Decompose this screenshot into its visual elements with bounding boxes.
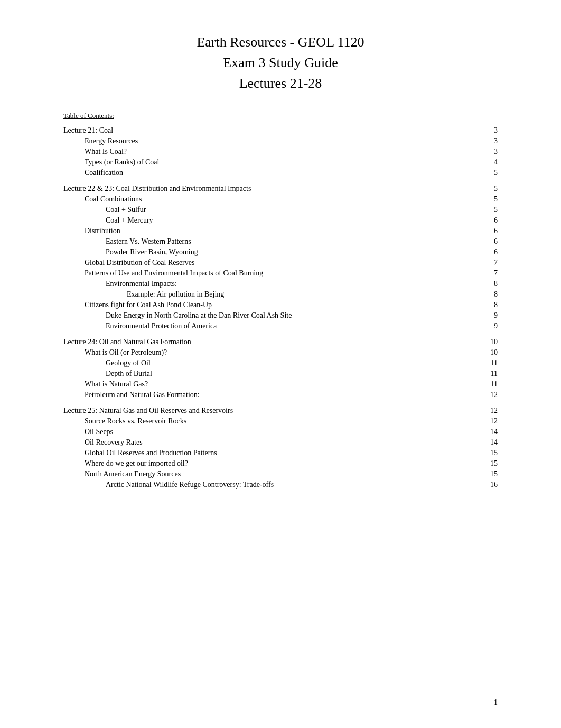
toc-entry-page: 6 xyxy=(470,236,498,247)
toc-entry-page: 11 xyxy=(470,379,498,390)
toc-row: Lecture 21: Coal3 xyxy=(63,125,498,136)
toc-entry-text: What is Oil (or Petroleum)? xyxy=(63,347,470,358)
toc-row: Lecture 25: Natural Gas and Oil Reserves… xyxy=(63,406,498,416)
toc-entry-text: Energy Resources xyxy=(63,136,470,146)
toc-entry-page: 12 xyxy=(470,406,498,416)
toc-entry-page: 7 xyxy=(470,268,498,279)
toc-entry-text: Environmental Impacts: xyxy=(63,279,470,289)
toc-row: What Is Coal?3 xyxy=(63,146,498,157)
title-line2: Exam 3 Study Guide xyxy=(63,52,498,73)
toc-row: Petroleum and Natural Gas Formation:12 xyxy=(63,390,498,400)
toc-entry-text: What is Natural Gas? xyxy=(63,379,470,390)
toc-table: Lecture 21: Coal3Energy Resources3What I… xyxy=(63,125,498,490)
toc-entry-text: Citizens fight for Coal Ash Pond Clean-U… xyxy=(63,300,470,310)
toc-entry-page: 15 xyxy=(470,448,498,458)
toc-entry-page: 10 xyxy=(470,347,498,358)
toc-entry-text: Oil Recovery Rates xyxy=(63,437,470,448)
toc-row: What is Natural Gas?11 xyxy=(63,379,498,390)
toc-row: Environmental Impacts:8 xyxy=(63,279,498,289)
toc-row: Duke Energy in North Carolina at the Dan… xyxy=(63,310,498,321)
toc-entry-page: 14 xyxy=(470,427,498,437)
toc-entry-page: 14 xyxy=(470,437,498,448)
toc-entry-text: Types (or Ranks) of Coal xyxy=(63,157,470,168)
toc-row: Coal + Mercury6 xyxy=(63,215,498,226)
title-line1: Earth Resources - GEOL 1120 xyxy=(63,32,498,52)
toc-row: Types (or Ranks) of Coal4 xyxy=(63,157,498,168)
toc-row: Coal + Sulfur5 xyxy=(63,205,498,215)
toc-row: Oil Recovery Rates14 xyxy=(63,437,498,448)
toc-row: Where do we get our imported oil?15 xyxy=(63,458,498,469)
toc-row: Patterns of Use and Environmental Impact… xyxy=(63,268,498,279)
toc-entry-page: 6 xyxy=(470,226,498,236)
toc-entry-text: Global Distribution of Coal Reserves xyxy=(63,257,470,268)
toc-row: Depth of Burial11 xyxy=(63,368,498,379)
toc-label: Table of Contents: xyxy=(63,112,114,120)
toc-entry-page: 15 xyxy=(470,469,498,480)
toc-row: Example: Air pollution in Bejing8 xyxy=(63,289,498,300)
toc-entry-text: Arctic National Wildlife Refuge Controve… xyxy=(63,480,470,490)
toc-entry-text: Eastern Vs. Western Patterns xyxy=(63,236,470,247)
toc-row: Powder River Basin, Wyoming6 xyxy=(63,247,498,257)
toc-entry-text: Lecture 25: Natural Gas and Oil Reserves… xyxy=(63,406,470,416)
toc-row: Coal Combinations5 xyxy=(63,194,498,205)
toc-entry-text: Lecture 22 & 23: Coal Distribution and E… xyxy=(63,183,470,194)
toc-entry-text: Lecture 21: Coal xyxy=(63,125,470,136)
toc-row: Arctic National Wildlife Refuge Controve… xyxy=(63,480,498,490)
toc-entry-text: Depth of Burial xyxy=(63,368,470,379)
toc-entry-page: 11 xyxy=(470,368,498,379)
toc-row: Distribution6 xyxy=(63,226,498,236)
toc-row: What is Oil (or Petroleum)?10 xyxy=(63,347,498,358)
toc-entry-text: Environmental Protection of America xyxy=(63,321,470,331)
toc-entry-page: 11 xyxy=(470,358,498,368)
toc-entry-text: Patterns of Use and Environmental Impact… xyxy=(63,268,470,279)
toc-entry-text: Global Oil Reserves and Production Patte… xyxy=(63,448,470,458)
toc-row: Environmental Protection of America9 xyxy=(63,321,498,331)
toc-entry-text: Petroleum and Natural Gas Formation: xyxy=(63,390,470,400)
toc-entry-page: 15 xyxy=(470,458,498,469)
table-of-contents: Table of Contents: Lecture 21: Coal3Ener… xyxy=(63,110,498,490)
toc-entry-text: Coal + Mercury xyxy=(63,215,470,226)
page-number: 1 xyxy=(494,698,498,707)
toc-row: Global Oil Reserves and Production Patte… xyxy=(63,448,498,458)
toc-entry-page: 12 xyxy=(470,390,498,400)
toc-entry-page: 8 xyxy=(470,300,498,310)
toc-entry-text: Coalification xyxy=(63,168,470,178)
toc-entry-page: 8 xyxy=(470,279,498,289)
toc-entry-page: 8 xyxy=(470,289,498,300)
toc-entry-text: Source Rocks vs. Reservoir Rocks xyxy=(63,416,470,427)
toc-entry-page: 6 xyxy=(470,215,498,226)
toc-entry-page: 4 xyxy=(470,157,498,168)
toc-entry-text: Distribution xyxy=(63,226,470,236)
toc-entry-page: 5 xyxy=(470,168,498,178)
document-header: Earth Resources - GEOL 1120 Exam 3 Study… xyxy=(63,32,498,94)
toc-entry-page: 12 xyxy=(470,416,498,427)
toc-entry-page: 9 xyxy=(470,310,498,321)
toc-entry-text: What Is Coal? xyxy=(63,146,470,157)
toc-entry-page: 5 xyxy=(470,194,498,205)
toc-entry-text: Where do we get our imported oil? xyxy=(63,458,470,469)
toc-row: North American Energy Sources15 xyxy=(63,469,498,480)
toc-row: Eastern Vs. Western Patterns6 xyxy=(63,236,498,247)
toc-entry-page: 9 xyxy=(470,321,498,331)
toc-entry-text: Coal Combinations xyxy=(63,194,470,205)
toc-entry-text: Duke Energy in North Carolina at the Dan… xyxy=(63,310,470,321)
toc-entry-page: 7 xyxy=(470,257,498,268)
toc-entry-text: North American Energy Sources xyxy=(63,469,470,480)
toc-row: Coalification5 xyxy=(63,168,498,178)
toc-row: Citizens fight for Coal Ash Pond Clean-U… xyxy=(63,300,498,310)
toc-row: Global Distribution of Coal Reserves7 xyxy=(63,257,498,268)
toc-entry-text: Lecture 24: Oil and Natural Gas Formatio… xyxy=(63,337,470,347)
title-line3: Lectures 21-28 xyxy=(63,73,498,94)
toc-entry-page: 5 xyxy=(470,205,498,215)
toc-row: Geology of Oil11 xyxy=(63,358,498,368)
toc-row: Oil Seeps14 xyxy=(63,427,498,437)
toc-entry-page: 16 xyxy=(470,480,498,490)
toc-entry-page: 3 xyxy=(470,125,498,136)
toc-row: Lecture 22 & 23: Coal Distribution and E… xyxy=(63,183,498,194)
toc-row: Source Rocks vs. Reservoir Rocks12 xyxy=(63,416,498,427)
toc-entry-page: 5 xyxy=(470,183,498,194)
toc-entry-page: 6 xyxy=(470,247,498,257)
toc-entry-text: Example: Air pollution in Bejing xyxy=(63,289,470,300)
toc-entry-page: 3 xyxy=(470,146,498,157)
toc-entry-page: 3 xyxy=(470,136,498,146)
